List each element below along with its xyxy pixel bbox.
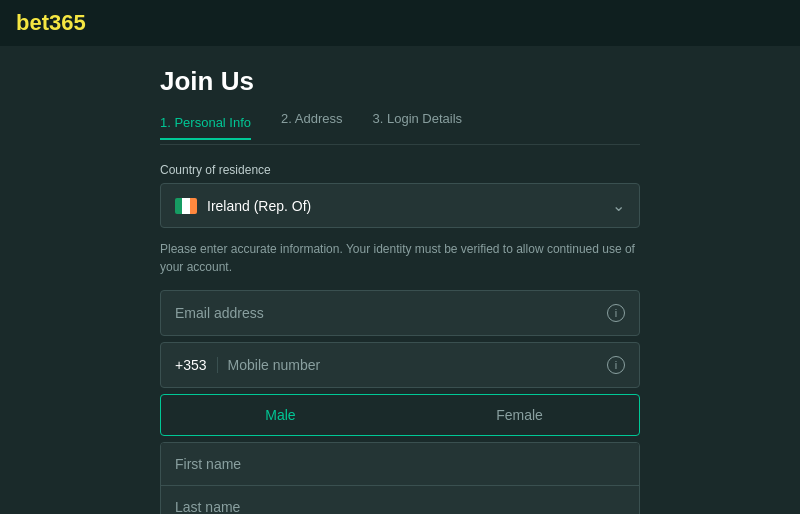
step-2-label: 2. Address — [281, 111, 342, 126]
header: bet365 — [0, 0, 800, 46]
steps-nav: 1. Personal Info 2. Address 3. Login Det… — [160, 111, 640, 145]
name-fields — [160, 442, 640, 514]
step-3[interactable]: 3. Login Details — [373, 111, 463, 134]
flag-green — [175, 198, 182, 214]
country-code: +353 — [175, 357, 218, 373]
email-field[interactable]: i — [160, 290, 640, 336]
flag-orange — [190, 198, 197, 214]
logo: bet365 — [16, 10, 86, 36]
country-left: Ireland (Rep. Of) — [175, 198, 311, 214]
mobile-input[interactable] — [228, 357, 597, 373]
email-input[interactable] — [175, 305, 607, 321]
last-name-field[interactable] — [161, 486, 639, 514]
logo-accent: 365 — [49, 10, 86, 35]
chevron-down-icon: ⌄ — [612, 196, 625, 215]
first-name-field[interactable] — [161, 443, 639, 486]
step-1[interactable]: 1. Personal Info — [160, 115, 251, 140]
last-name-input[interactable] — [175, 499, 625, 514]
gender-female-button[interactable]: Female — [400, 395, 639, 435]
main-content: Join Us 1. Personal Info 2. Address 3. L… — [0, 46, 800, 514]
info-icon-email[interactable]: i — [607, 304, 625, 322]
flag-white — [182, 198, 189, 214]
info-icon-mobile[interactable]: i — [607, 356, 625, 374]
info-text: Please enter accurate information. Your … — [160, 240, 640, 276]
step-2[interactable]: 2. Address — [281, 111, 342, 134]
country-dropdown[interactable]: Ireland (Rep. Of) ⌄ — [160, 183, 640, 228]
country-name: Ireland (Rep. Of) — [207, 198, 311, 214]
step-1-label: 1. Personal Info — [160, 115, 251, 130]
page-title: Join Us — [160, 66, 640, 97]
first-name-input[interactable] — [175, 456, 625, 472]
step-3-label: 3. Login Details — [373, 111, 463, 126]
gender-toggle: Male Female — [160, 394, 640, 436]
mobile-field[interactable]: +353 i — [160, 342, 640, 388]
form-container: Join Us 1. Personal Info 2. Address 3. L… — [160, 66, 640, 514]
country-label: Country of residence — [160, 163, 640, 177]
logo-main: bet — [16, 10, 49, 35]
gender-male-button[interactable]: Male — [161, 395, 400, 435]
ireland-flag — [175, 198, 197, 214]
logo-text: bet365 — [16, 10, 86, 36]
